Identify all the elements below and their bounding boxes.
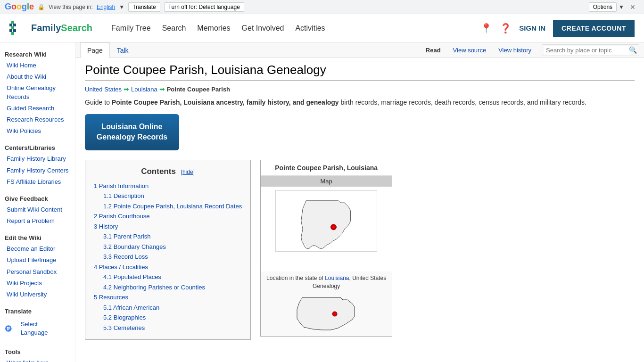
svg-point-12 <box>334 313 336 315</box>
svg-point-10 <box>332 226 335 228</box>
breadcrumb-us[interactable]: United States <box>85 86 122 93</box>
sidebar-section-edit: Edit the Wiki Become an Editor Upload Fi… <box>0 230 75 300</box>
map-caption-link[interactable]: Louisiana <box>325 275 349 281</box>
sidebar-item-family-history-library[interactable]: Family History Library <box>0 153 75 165</box>
action-view-source[interactable]: View source <box>447 44 492 57</box>
svg-rect-6 <box>11 32 14 35</box>
nav-search[interactable]: Search <box>162 24 186 33</box>
help-icon[interactable]: ❓ <box>500 23 512 34</box>
guide-prefix: Guide to <box>85 99 112 106</box>
guide-paragraph: Guide to Pointe Coupee Parish, Louisiana… <box>85 98 635 107</box>
contents-link-1-2[interactable]: 1.2 Pointe Coupee Parish, Louisiana Reco… <box>103 203 242 210</box>
sidebar-section-title-tools: Tools <box>0 345 75 357</box>
main-layout: Research Wiki Wiki Home About the Wiki O… <box>0 42 644 362</box>
options-area: Options ▼ ✕ <box>589 2 639 12</box>
sidebar-item-what-links-here[interactable]: What links here <box>0 357 75 362</box>
sidebar-item-fs-affiliate-libraries[interactable]: FS Affiliate Libraries <box>0 176 75 188</box>
action-view-history[interactable]: View history <box>493 44 537 57</box>
language-link[interactable]: English <box>97 4 115 10</box>
sidebar-item-submit-wiki[interactable]: Submit Wiki Content <box>0 204 75 215</box>
sidebar-item-wiki-home[interactable]: Wiki Home <box>0 60 75 71</box>
contents-link-3-3[interactable]: 3.3 Record Loss <box>103 253 148 260</box>
map-caption-prefix: Location in the state of <box>266 275 325 281</box>
sidebar-item-wiki-projects[interactable]: Wiki Projects <box>0 278 75 289</box>
options-arrow-icon: ▼ <box>619 4 624 10</box>
contents-link-5-2[interactable]: 5.2 Biographies <box>103 314 146 321</box>
options-button[interactable]: Options <box>589 2 617 12</box>
action-read[interactable]: Read <box>420 44 446 57</box>
breadcrumb-arrow-2: ➡ <box>159 85 165 93</box>
sidebar-section-title-translate: Translate <box>0 304 75 317</box>
nav-get-involved[interactable]: Get Involved <box>242 24 284 33</box>
create-account-button[interactable]: CREATE ACCOUNT <box>553 20 635 37</box>
map-svg-secondary <box>263 295 390 333</box>
content-with-map: Contents [hide] 1 Parish Information 1.1… <box>85 160 635 340</box>
svg-rect-0 <box>9 24 12 26</box>
sidebar-item-personal-sandbox[interactable]: Personal Sandbox <box>0 266 75 278</box>
list-item: 4.2 Neighboring Parishes or Counties <box>94 282 242 293</box>
translate-bar: Google 🔒 View this page in: English ▼ Tr… <box>0 0 644 14</box>
contents-list: 1 Parish Information 1.1 Description 1.2… <box>94 181 242 333</box>
sidebar: Research Wiki Wiki Home About the Wiki O… <box>0 42 75 362</box>
contents-link-4[interactable]: 4 Places / Localities <box>94 263 148 271</box>
lock-icon: 🔒 <box>38 4 45 10</box>
google-logo: Google <box>5 2 34 12</box>
breadcrumb-louisiana[interactable]: Louisiana <box>131 86 157 93</box>
sidebar-item-guided-research[interactable]: Guided Research <box>0 103 75 114</box>
list-item: 5.2 Biographies <box>94 313 242 323</box>
nav-family-tree[interactable]: Family Tree <box>111 24 151 33</box>
close-translate-button[interactable]: ✕ <box>626 2 639 12</box>
sidebar-item-about-wiki[interactable]: About the Wiki <box>0 71 75 82</box>
nav-activities[interactable]: Activities <box>295 24 325 33</box>
nav-memories[interactable]: Memories <box>197 24 230 33</box>
translate-button[interactable]: Translate <box>128 2 160 12</box>
sidebar-item-upload-file[interactable]: Upload File/Image <box>0 255 75 266</box>
contents-link-5[interactable]: 5 Resources <box>94 294 128 301</box>
sidebar-item-report-problem[interactable]: Report a Problem <box>0 215 75 227</box>
sign-in-button[interactable]: SIGN IN <box>519 24 545 32</box>
contents-link-3-2[interactable]: 3.2 Boundary Changes <box>103 243 166 250</box>
tab-talk[interactable]: Talk <box>110 42 136 58</box>
language-dropdown-icon: ▼ <box>119 4 124 10</box>
logo-family-text: FamilySearch <box>31 23 92 33</box>
wiki-search-button[interactable]: 🔍 <box>629 46 637 54</box>
map-box-title: Pointe Coupee Parish, Louisiana <box>261 160 392 176</box>
contents-title: Contents [hide] <box>94 167 242 176</box>
contents-link-4-2[interactable]: 4.2 Neighboring Parishes or Counties <box>103 284 205 291</box>
la-records-button[interactable]: Louisiana Online Genealogy Records <box>85 114 179 150</box>
list-item: 3.2 Boundary Changes <box>94 242 242 252</box>
location-icon[interactable]: 📍 <box>480 23 492 34</box>
contents-link-1-1[interactable]: 1.1 Description <box>103 192 144 199</box>
map-subtitle: Map <box>261 176 392 187</box>
sidebar-item-family-history-centers[interactable]: Family History Centers <box>0 165 75 176</box>
sidebar-item-select-language[interactable]: Select Language <box>14 319 70 338</box>
sidebar-section-title-research-wiki: Research Wiki <box>0 47 75 60</box>
nav-right-actions: 📍 ❓ SIGN IN CREATE ACCOUNT <box>480 20 635 37</box>
breadcrumb-current: Pointe Coupee Parish <box>167 86 230 93</box>
contents-link-3[interactable]: 3 History <box>94 223 118 230</box>
top-navigation: FamilySearch Family Tree Search Memories… <box>0 14 644 42</box>
sidebar-item-become-editor[interactable]: Become an Editor <box>0 243 75 255</box>
tab-actions: Read View source View history 🔍 <box>420 44 639 57</box>
turn-off-button[interactable]: Turn off for: Detect language <box>164 2 244 12</box>
contents-link-3-1[interactable]: 3.1 Parent Parish <box>103 233 150 240</box>
tab-page[interactable]: Page <box>80 42 110 58</box>
sidebar-item-research-resources[interactable]: Research Resources <box>0 114 75 125</box>
contents-link-4-1[interactable]: 4.1 Populated Places <box>103 273 161 280</box>
sidebar-item-wiki-university[interactable]: Wiki University <box>0 289 75 300</box>
logo-link[interactable]: FamilySearch <box>9 19 92 38</box>
contents-link-5-1[interactable]: 5.1 African American <box>103 304 159 311</box>
contents-link-2[interactable]: 2 Parish Courthouse <box>94 213 150 220</box>
wiki-search-input[interactable] <box>544 46 629 55</box>
sidebar-item-online-genealogy[interactable]: Online Genealogy Records <box>0 82 75 102</box>
contents-link-5-3[interactable]: 5.3 Cemeteries <box>103 324 145 331</box>
sidebar-section-research-wiki: Research Wiki Wiki Home About the Wiki O… <box>0 47 75 137</box>
svg-rect-4 <box>9 29 12 32</box>
google-g-icon <box>5 325 12 332</box>
contents-link-1[interactable]: 1 Parish Information <box>94 182 149 189</box>
contents-hide-link[interactable]: [hide] <box>181 169 195 175</box>
sidebar-item-wiki-policies[interactable]: Wiki Policies <box>0 125 75 137</box>
guide-suffix: birth records, marriage records, death r… <box>339 99 586 106</box>
tab-bar: Page Talk Read View source View history … <box>75 42 644 58</box>
list-item: 1 Parish Information <box>94 181 242 191</box>
